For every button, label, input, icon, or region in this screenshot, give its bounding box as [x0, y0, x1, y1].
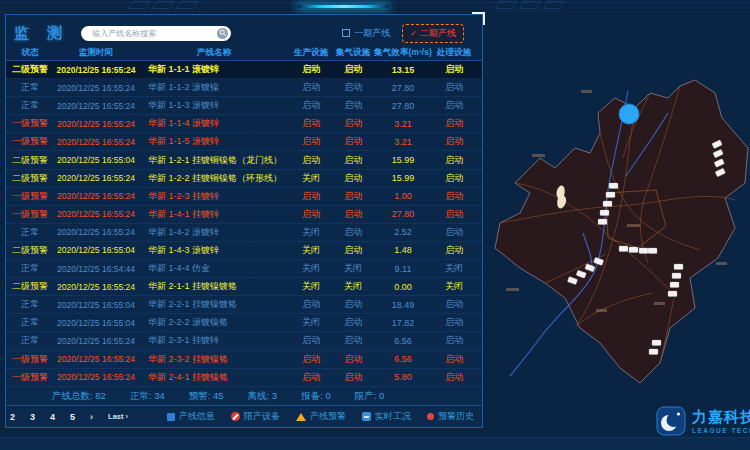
phase2-button[interactable]: ✓ 二期产线 — [402, 24, 464, 43]
warning-history-icon — [427, 413, 434, 420]
production-device-cell: 启动 — [290, 81, 332, 94]
treatment-facility-cell: 启动 — [432, 81, 476, 94]
line-name-cell: 华新 1-1-3 滚镀锌 — [138, 99, 290, 112]
col-time: 监测时间 — [54, 47, 138, 59]
legend-label: 产线预警 — [310, 410, 346, 423]
top-deco-boxes-right — [497, 1, 563, 9]
gas-facility-cell: 启动 — [332, 316, 374, 329]
phase1-checkbox[interactable]: 一期产线 — [342, 27, 390, 40]
page-button-5[interactable]: 5 — [70, 412, 75, 422]
table-row[interactable]: 一级预警 2020/12/25 16:55:24 华新 1-1-4 滚镀锌 启动… — [6, 115, 482, 133]
gas-facility-cell: 启动 — [332, 81, 374, 94]
legend-item-line-warning[interactable]: 产线预警 — [296, 410, 346, 423]
table-row[interactable]: 正常 2020/12/25 16:55:24 华新 1-1-3 滚镀锌 启动 启… — [6, 97, 482, 115]
search-icon[interactable] — [217, 28, 228, 39]
status-cell: 二级预警 — [6, 63, 54, 76]
col-production-device: 生产设施 — [290, 47, 332, 59]
legend-label: 预警历史 — [438, 410, 474, 423]
table-row[interactable]: 二级预警 2020/12/25 16:55:24 华新 1-2-2 挂镀铜镍铬（… — [6, 170, 482, 188]
next-page-button[interactable]: › — [90, 412, 93, 422]
table-row[interactable]: 一级预警 2020/12/25 16:55:24 华新 1-2-3 挂镀锌 启动… — [6, 188, 482, 206]
line-name-cell: 华新 1-2-3 挂镀锌 — [138, 190, 290, 203]
last-page-button[interactable]: Last › — [108, 412, 128, 421]
table-row[interactable]: 正常 2020/12/25 16:55:24 华新 1-4-2 滚镀锌 关闭 启… — [6, 224, 482, 242]
treatment-facility-cell: 启动 — [432, 117, 476, 130]
treatment-facility-cell: 启动 — [432, 154, 476, 167]
gas-facility-cell: 启动 — [332, 226, 374, 239]
table-row[interactable]: 一级预警 2020/12/25 16:55:24 华新 1-4-1 挂镀锌 启动… — [6, 206, 482, 224]
top-deco-boxes-left — [130, 1, 196, 9]
page-button-2[interactable]: 2 — [10, 412, 15, 422]
status-cell: 一级预警 — [6, 117, 54, 130]
table-row[interactable]: 正常 2020/12/25 16:55:04 华新 2-2-1 挂镀镍镀铬 启动… — [6, 296, 482, 314]
line-name-cell: 华新 2-4-1 挂镀镍铬 — [138, 371, 290, 384]
col-treatment-facility: 处理设施 — [432, 47, 476, 59]
time-cell: 2020/12/25 16:55:24 — [54, 137, 138, 147]
status-cell: 二级预警 — [6, 154, 54, 167]
gas-efficiency-cell: 17.82 — [374, 318, 432, 328]
gas-facility-cell: 关闭 — [332, 262, 374, 275]
page-button-3[interactable]: 3 — [30, 412, 35, 422]
gas-efficiency-cell: 27.80 — [374, 101, 432, 111]
table-row[interactable]: 二级预警 2020/12/25 16:55:04 华新 1-4-3 滚镀锌 关闭… — [6, 242, 482, 260]
table-row[interactable]: 正常 2020/12/25 16:55:24 华新 1-1-2 滚镀镍 启动 启… — [6, 79, 482, 97]
brand-logo: 力嘉科技 LEAGUE TECH — [656, 406, 750, 436]
treatment-facility-cell: 启动 — [432, 172, 476, 185]
brand-subtitle: LEAGUE TECH — [692, 427, 750, 434]
table-row[interactable]: 二级预警 2020/12/25 16:55:24 华新 1-1-1 滚镀锌 启动… — [6, 61, 482, 79]
time-cell: 2020/12/25 16:55:24 — [54, 282, 138, 292]
production-device-cell: 关闭 — [290, 244, 332, 257]
time-cell: 2020/12/25 16:55:24 — [54, 227, 138, 237]
time-cell: 2020/12/25 16:55:24 — [54, 209, 138, 219]
logo-icon — [656, 406, 686, 436]
status-cell: 一级预警 — [6, 371, 54, 384]
monitoring-panel: 监 测 一期产线 ✓ 二期产线 状态 监测时间 产线名称 生产设施 集气设施 集… — [5, 14, 483, 428]
production-device-cell: 关闭 — [290, 280, 332, 293]
gas-efficiency-cell: 15.99 — [374, 155, 432, 165]
table-row[interactable]: 正常 2020/12/25 16:55:04 华新 2-2-2 滚镀镍铬 关闭 … — [6, 314, 482, 332]
legend-item-limited-device[interactable]: 限产设备 — [231, 410, 280, 423]
treatment-facility-cell: 关闭 — [432, 280, 476, 293]
status-cell: 正常 — [6, 81, 54, 94]
table-row[interactable]: 一级预警 2020/12/25 16:55:24 华新 2-4-1 挂镀镍铬 启… — [6, 369, 482, 387]
production-device-cell: 关闭 — [290, 262, 332, 275]
time-cell: 2020/12/25 16:55:04 — [54, 155, 138, 165]
line-name-cell: 华新 1-2-1 挂镀铜镍铬（龙门线） — [138, 154, 290, 167]
page-button-4[interactable]: 4 — [50, 412, 55, 422]
col-line-name: 产线名称 — [138, 47, 290, 59]
table-row[interactable]: 一级预警 2020/12/25 16:55:24 华新 2-3-2 挂镀镍铬 启… — [6, 351, 482, 369]
legend-item-warning-history[interactable]: 预警历史 — [427, 410, 474, 423]
bottom-band — [0, 437, 750, 450]
time-cell: 2020/12/25 16:55:24 — [54, 65, 138, 75]
production-device-cell: 启动 — [290, 154, 332, 167]
production-device-cell: 启动 — [290, 117, 332, 130]
table-row[interactable]: 一级预警 2020/12/25 16:55:24 华新 1-1-5 滚镀锌 启动… — [6, 133, 482, 151]
pagination-pages: 2345 — [10, 412, 75, 422]
legend-item-realtime-status[interactable]: 实时工况 — [362, 410, 411, 423]
status-cell: 二级预警 — [6, 244, 54, 257]
gas-efficiency-cell: 15.99 — [374, 173, 432, 183]
table-row[interactable]: 正常 2020/12/25 16:54:44 华新 1-4-4 仿金 关闭 关闭… — [6, 260, 482, 278]
alert-location-marker[interactable] — [619, 104, 639, 124]
top-deco-line2 — [0, 11, 750, 12]
treatment-facility-cell: 启动 — [432, 63, 476, 76]
table-row[interactable]: 二级预警 2020/12/25 16:55:24 华新 2-1-1 挂镀镍镀铬 … — [6, 278, 482, 296]
table-row[interactable]: 正常 2020/12/25 16:55:24 华新 2-3-1 挂镀锌 启动 启… — [6, 332, 482, 350]
gas-facility-cell: 启动 — [332, 371, 374, 384]
treatment-facility-cell: 启动 — [432, 226, 476, 239]
gas-efficiency-cell: 0.00 — [374, 282, 432, 292]
production-device-cell: 启动 — [290, 334, 332, 347]
search-input[interactable] — [90, 28, 217, 39]
production-device-cell: 启动 — [290, 135, 332, 148]
line-warning-icon — [296, 413, 306, 421]
line-name-cell: 华新 1-1-2 滚镀镍 — [138, 81, 290, 94]
checkbox-icon — [342, 29, 350, 37]
table-row[interactable]: 二级预警 2020/12/25 16:55:04 华新 1-2-1 挂镀铜镍铬（… — [6, 151, 482, 169]
production-device-cell: 启动 — [290, 190, 332, 203]
status-cell: 二级预警 — [6, 280, 54, 293]
top-deco-line — [0, 2, 750, 3]
line-name-cell: 华新 1-4-2 滚镀锌 — [138, 226, 290, 239]
time-cell: 2020/12/25 16:55:24 — [54, 354, 138, 364]
legend-item-line-info[interactable]: 产线信息 — [167, 410, 215, 423]
summary-total: 产线总数: 82 — [52, 390, 106, 403]
